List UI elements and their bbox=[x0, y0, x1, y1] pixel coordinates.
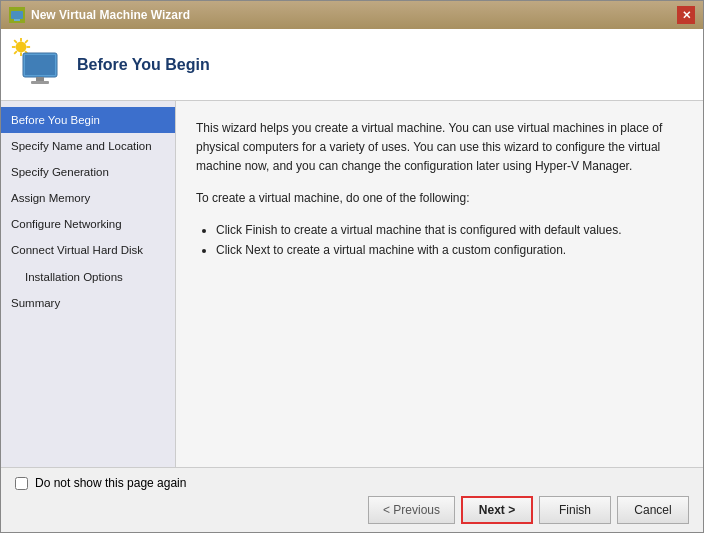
title-bar-left: New Virtual Machine Wizard bbox=[9, 7, 190, 23]
do-not-show-label: Do not show this page again bbox=[35, 476, 186, 490]
header-icon bbox=[15, 41, 63, 89]
intro-paragraph: This wizard helps you create a virtual m… bbox=[196, 119, 683, 177]
window-title: New Virtual Machine Wizard bbox=[31, 8, 190, 22]
sidebar-item-installation-options[interactable]: Installation Options bbox=[1, 264, 175, 290]
sidebar-item-connect-virtual-hard-disk[interactable]: Connect Virtual Hard Disk bbox=[1, 237, 175, 263]
sidebar-item-specify-generation[interactable]: Specify Generation bbox=[1, 159, 175, 185]
bullet-list: Click Finish to create a virtual machine… bbox=[216, 220, 683, 261]
svg-line-8 bbox=[14, 40, 17, 43]
wizard-window: New Virtual Machine Wizard ✕ bbox=[0, 0, 704, 533]
svg-line-11 bbox=[14, 51, 17, 54]
sidebar: Before You BeginSpecify Name and Locatio… bbox=[1, 101, 176, 467]
svg-rect-0 bbox=[11, 11, 23, 19]
cancel-button[interactable]: Cancel bbox=[617, 496, 689, 524]
sidebar-item-configure-networking[interactable]: Configure Networking bbox=[1, 211, 175, 237]
sidebar-item-specify-name-location[interactable]: Specify Name and Location bbox=[1, 133, 175, 159]
svg-rect-2 bbox=[13, 18, 21, 19]
main-content: This wizard helps you create a virtual m… bbox=[176, 101, 703, 467]
page-title: Before You Begin bbox=[77, 56, 210, 74]
previous-button[interactable]: < Previous bbox=[368, 496, 455, 524]
sidebar-item-assign-memory[interactable]: Assign Memory bbox=[1, 185, 175, 211]
svg-rect-16 bbox=[31, 81, 49, 84]
bullet-item: Click Finish to create a virtual machine… bbox=[216, 220, 683, 240]
header-area: Before You Begin bbox=[1, 29, 703, 101]
close-button[interactable]: ✕ bbox=[677, 6, 695, 24]
svg-rect-1 bbox=[14, 19, 20, 21]
footer: Do not show this page again < Previous N… bbox=[1, 467, 703, 532]
sidebar-item-before-you-begin[interactable]: Before You Begin bbox=[1, 107, 175, 133]
button-row: < Previous Next > Finish Cancel bbox=[15, 496, 689, 524]
window-icon bbox=[9, 7, 25, 23]
do-not-show-checkbox[interactable] bbox=[15, 477, 28, 490]
finish-button[interactable]: Finish bbox=[539, 496, 611, 524]
bullet-item: Click Next to create a virtual machine w… bbox=[216, 240, 683, 260]
instructions-heading: To create a virtual machine, do one of t… bbox=[196, 189, 683, 208]
title-bar: New Virtual Machine Wizard ✕ bbox=[1, 1, 703, 29]
checkbox-row: Do not show this page again bbox=[15, 476, 689, 490]
content-area: Before You BeginSpecify Name and Locatio… bbox=[1, 101, 703, 467]
svg-rect-14 bbox=[25, 55, 55, 75]
svg-line-10 bbox=[25, 40, 28, 43]
sidebar-item-summary[interactable]: Summary bbox=[1, 290, 175, 316]
computer-monitor-icon bbox=[19, 47, 67, 95]
next-button[interactable]: Next > bbox=[461, 496, 533, 524]
